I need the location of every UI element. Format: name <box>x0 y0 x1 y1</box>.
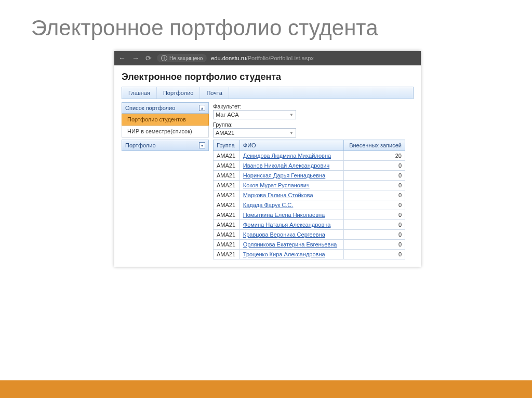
forward-icon[interactable]: → <box>131 54 140 62</box>
faculty-value: Маг АСА <box>216 112 239 118</box>
security-label: Не защищено <box>169 56 203 61</box>
cell-fio: Демидова Людмила Михайловна <box>240 151 343 161</box>
sidebar-header-label: Список портфолио <box>125 105 175 111</box>
cell-group: АМА21 <box>214 161 240 171</box>
browser-address-bar: ← → ⟳ i Не защищено edu.donstu.ru/Portfo… <box>114 51 421 65</box>
sidebar-header2-label: Портфолио <box>125 142 156 148</box>
cell-group: АМА21 <box>214 200 240 210</box>
cell-group: АМА21 <box>214 181 240 190</box>
table-row: АМА21Фомина Наталья Александровна0 <box>214 220 405 230</box>
page-heading: Электронное портфолио студента <box>122 72 414 83</box>
cell-count: 0 <box>344 230 405 240</box>
cell-fio: Норинская Дарья Геннадьевна <box>240 171 343 181</box>
browser-screenshot: ← → ⟳ i Не защищено edu.donstu.ru/Portfo… <box>114 51 421 267</box>
cell-count: 0 <box>344 181 405 190</box>
col-count[interactable]: Внесенных записей <box>344 140 405 151</box>
student-link[interactable]: Иванов Николай Александрович <box>243 162 329 169</box>
slide-footer-bar <box>0 380 532 398</box>
table-row: АМА21Маркова Галина Стойкова0 <box>214 190 405 200</box>
cell-fio: Кадада Фарук С.С. <box>240 200 343 210</box>
student-link[interactable]: Фомина Наталья Александровна <box>243 222 331 228</box>
table-row: АМА21Орляникова Екатерина Евгеньевна0 <box>214 240 405 250</box>
menu-mail[interactable]: Почта <box>200 87 229 99</box>
student-link[interactable]: Помыткина Елена Николаевна <box>243 212 325 218</box>
cell-fio: Маркова Галина Стойкова <box>240 190 343 200</box>
students-table: Группа ФИО Внесенных записей АМА21Демидо… <box>213 140 405 259</box>
cell-fio: Фомина Наталья Александровна <box>240 220 343 230</box>
menu-home[interactable]: Главная <box>122 87 157 99</box>
student-link[interactable]: Коков Мурат Русланович <box>243 182 310 188</box>
group-select[interactable]: АМА21 ▼ <box>213 128 296 138</box>
cell-count: 0 <box>344 220 405 230</box>
col-group[interactable]: Группа <box>214 140 240 151</box>
back-icon[interactable]: ← <box>117 54 127 62</box>
cell-count: 0 <box>344 161 405 171</box>
cell-group: АМА21 <box>214 171 240 181</box>
cell-fio: Иванов Николай Александрович <box>240 161 343 171</box>
cell-count: 0 <box>344 250 405 259</box>
cell-count: 20 <box>344 151 405 161</box>
cell-fio: Помыткина Елена Николаевна <box>240 210 343 220</box>
sidebar-header-list[interactable]: Список портфолио ▴ <box>122 102 209 114</box>
security-pill[interactable]: i Не защищено <box>157 54 207 62</box>
reload-icon[interactable]: ⟳ <box>144 54 153 62</box>
student-link[interactable]: Кадада Фарук С.С. <box>243 202 294 208</box>
table-row: АМА21Кадада Фарук С.С.0 <box>214 200 405 210</box>
menu-portfolio[interactable]: Портфолио <box>157 87 201 99</box>
top-menu: Главная Портфолио Почта <box>122 87 414 99</box>
cell-group: АМА21 <box>214 210 240 220</box>
cell-count: 0 <box>344 210 405 220</box>
info-icon: i <box>161 55 167 61</box>
url-display[interactable]: edu.donstu.ru/Portfolio/PortfolioList.as… <box>211 55 314 61</box>
table-row: АМА21Троценко Кира Александровна0 <box>214 250 405 259</box>
slide-title: Электронное портфолио студента <box>0 0 532 46</box>
cell-group: АМА21 <box>214 151 240 161</box>
dropdown-icon: ▼ <box>289 113 294 117</box>
dropdown-icon: ▼ <box>289 131 294 135</box>
table-row: АМА21Помыткина Елена Николаевна0 <box>214 210 405 220</box>
cell-fio: Коков Мурат Русланович <box>240 181 343 190</box>
student-link[interactable]: Кравцова Вероника Сергеевна <box>243 231 325 238</box>
table-row: АМА21Демидова Людмила Михайловна20 <box>214 151 405 161</box>
table-row: АМА21Коков Мурат Русланович0 <box>214 181 405 190</box>
faculty-select[interactable]: Маг АСА ▼ <box>213 110 296 119</box>
page-content: Электронное портфолио студента Главная П… <box>114 65 421 267</box>
sidebar-header-portfolio[interactable]: Портфолио ▾ <box>122 140 209 151</box>
student-link[interactable]: Демидова Людмила Михайловна <box>243 153 331 159</box>
group-label: Группа: <box>213 121 414 128</box>
cell-count: 0 <box>344 200 405 210</box>
cell-group: АМА21 <box>214 230 240 240</box>
table-row: АМА21Кравцова Вероника Сергеевна0 <box>214 230 405 240</box>
student-link[interactable]: Орляникова Екатерина Евгеньевна <box>243 241 337 248</box>
cell-fio: Троценко Кира Александровна <box>240 250 343 259</box>
chevron-down-icon[interactable]: ▾ <box>199 142 205 148</box>
group-value: АМА21 <box>216 130 234 136</box>
sidebar-item-nir[interactable]: НИР в семестре(список) <box>122 126 209 138</box>
col-fio[interactable]: ФИО <box>240 140 343 151</box>
cell-group: АМА21 <box>214 190 240 200</box>
table-row: АМА21Иванов Николай Александрович0 <box>214 161 405 171</box>
cell-group: АМА21 <box>214 250 240 259</box>
faculty-label: Факультет: <box>213 103 414 109</box>
cell-count: 0 <box>344 240 405 250</box>
student-link[interactable]: Маркова Галина Стойкова <box>243 192 313 198</box>
cell-count: 0 <box>344 171 405 181</box>
sidebar: Список портфолио ▴ Портфолио студентов Н… <box>122 102 209 151</box>
cell-fio: Орляникова Екатерина Евгеньевна <box>240 240 343 250</box>
student-link[interactable]: Троценко Кира Александровна <box>243 251 325 257</box>
student-link[interactable]: Норинская Дарья Геннадьевна <box>243 172 325 179</box>
main-content: Факультет: Маг АСА ▼ Группа: АМА21 ▼ Гру… <box>213 102 414 259</box>
cell-count: 0 <box>344 190 405 200</box>
cell-group: АМА21 <box>214 220 240 230</box>
sidebar-item-students[interactable]: Портфолио студентов <box>122 114 209 126</box>
cell-group: АМА21 <box>214 240 240 250</box>
cell-fio: Кравцова Вероника Сергеевна <box>240 230 343 240</box>
chevron-up-icon[interactable]: ▴ <box>199 105 205 111</box>
table-row: АМА21Норинская Дарья Геннадьевна0 <box>214 171 405 181</box>
